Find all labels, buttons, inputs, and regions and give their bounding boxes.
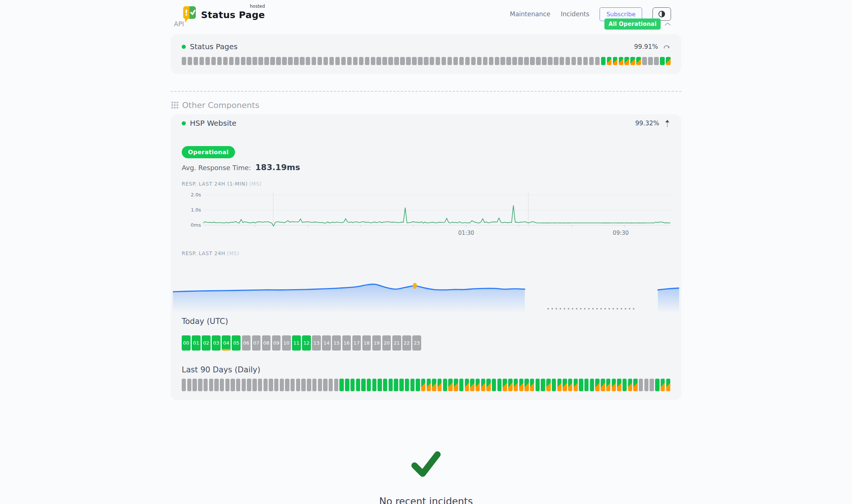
uptime-bar[interactable] (447, 57, 452, 65)
day-bar[interactable] (339, 379, 343, 391)
day-bar[interactable] (492, 379, 496, 391)
uptime-bar[interactable] (418, 57, 422, 65)
day-bar[interactable] (486, 379, 490, 391)
uptime-bar[interactable] (182, 57, 186, 65)
day-bar[interactable] (258, 379, 262, 391)
day-bar[interactable] (574, 379, 578, 391)
day-bar[interactable] (214, 379, 218, 391)
day-bar[interactable] (345, 379, 349, 391)
day-bar[interactable] (557, 379, 561, 391)
uptime-bar[interactable] (188, 57, 192, 65)
day-bar[interactable] (470, 379, 474, 391)
uptime-bar[interactable] (341, 57, 346, 65)
hour-block[interactable]: 07 (252, 335, 261, 351)
uptime-bar[interactable] (624, 57, 629, 65)
day-bar[interactable] (182, 379, 186, 391)
uptime-bar[interactable] (194, 57, 198, 65)
uptime-bar[interactable] (619, 57, 623, 65)
hour-block[interactable]: 10 (282, 335, 291, 351)
uptime-bar[interactable] (654, 57, 658, 65)
uptime-bar[interactable] (424, 57, 428, 65)
day-bar[interactable] (280, 379, 284, 391)
uptime-bar[interactable] (347, 57, 352, 65)
uptime-bar[interactable] (382, 57, 387, 65)
day-bar[interactable] (503, 379, 507, 391)
day-bar[interactable] (606, 379, 610, 391)
day-bar[interactable] (536, 379, 540, 391)
uptime-bar[interactable] (530, 57, 534, 65)
day-bar[interactable] (514, 379, 518, 391)
uptime-bar[interactable] (282, 57, 286, 65)
uptime-bar[interactable] (560, 57, 564, 65)
brand-logo[interactable]: ! hosted Status Page (182, 5, 265, 23)
nav-maintenance[interactable]: Maintenance (510, 10, 550, 18)
uptime-bar[interactable] (512, 57, 517, 65)
uptime-bar[interactable] (353, 57, 358, 65)
uptime-bar[interactable] (506, 57, 511, 65)
hour-block[interactable]: 19 (372, 335, 381, 351)
uptime-bar[interactable] (270, 57, 275, 65)
day-bar[interactable] (481, 379, 485, 391)
uptime-bar[interactable] (335, 57, 340, 65)
uptime-bar[interactable] (459, 57, 464, 65)
uptime-bar[interactable] (241, 57, 245, 65)
uptime-bar[interactable] (583, 57, 588, 65)
day-bar[interactable] (497, 379, 502, 391)
uptime-bar[interactable] (359, 57, 363, 65)
hour-block[interactable]: 14 (322, 335, 331, 351)
uptime-bar[interactable] (199, 57, 204, 65)
hour-block[interactable]: 09 (272, 335, 281, 351)
uptime-bar[interactable] (306, 57, 310, 65)
day-bar[interactable] (590, 379, 594, 391)
hour-block[interactable]: 22 (402, 335, 411, 351)
day-bar[interactable] (312, 379, 316, 391)
hour-block[interactable]: 13 (312, 335, 321, 351)
day-bar[interactable] (252, 379, 256, 391)
day-bar[interactable] (644, 379, 648, 391)
uptime-bar[interactable] (223, 57, 228, 65)
uptime-bar[interactable] (554, 57, 558, 65)
hour-block[interactable]: 04 (222, 335, 231, 351)
uptime-bar[interactable] (371, 57, 375, 65)
day-bar[interactable] (367, 379, 371, 391)
hour-block[interactable]: 06 (242, 335, 251, 351)
day-bar[interactable] (350, 379, 355, 391)
uptime-bar[interactable] (300, 57, 304, 65)
uptime-bar[interactable] (607, 57, 611, 65)
uptime-bar[interactable] (412, 57, 416, 65)
uptime-bar[interactable] (495, 57, 499, 65)
day-bar[interactable] (524, 379, 529, 391)
hour-block[interactable]: 16 (342, 335, 351, 351)
uptime-bar[interactable] (400, 57, 405, 65)
uptime-bar[interactable] (235, 57, 239, 65)
day-bar[interactable] (323, 379, 327, 391)
hour-block[interactable]: 02 (202, 335, 211, 351)
uptime-bar[interactable] (394, 57, 399, 65)
uptime-bar[interactable] (648, 57, 653, 65)
hour-block[interactable]: 00 (182, 335, 191, 351)
day-bar[interactable] (264, 379, 268, 391)
day-bar[interactable] (661, 379, 665, 391)
uptime-bar[interactable] (288, 57, 292, 65)
uptime-bar[interactable] (312, 57, 316, 65)
uptime-bar[interactable] (442, 57, 446, 65)
uptime-bar[interactable] (566, 57, 570, 65)
uptime-bar[interactable] (536, 57, 540, 65)
day-bar[interactable] (432, 379, 436, 391)
uptime-bar[interactable] (436, 57, 440, 65)
uptime-bar[interactable] (323, 57, 328, 65)
uptime-bar[interactable] (524, 57, 529, 65)
day-bar[interactable] (541, 379, 545, 391)
day-bar[interactable] (552, 379, 556, 391)
uptime-bar[interactable] (430, 57, 434, 65)
uptime-bar[interactable] (666, 57, 670, 65)
uptime-bar[interactable] (264, 57, 269, 65)
response-time-area-chart[interactable] (173, 269, 679, 313)
uptime-bar[interactable] (318, 57, 322, 65)
uptime-bar[interactable] (613, 57, 617, 65)
uptime-bar[interactable] (276, 57, 281, 65)
response-time-line-chart[interactable]: 2.0s1.0s0ms01:3009:30 (203, 193, 677, 239)
uptime-bar[interactable] (489, 57, 493, 65)
day-bar[interactable] (530, 379, 534, 391)
day-bar[interactable] (465, 379, 469, 391)
